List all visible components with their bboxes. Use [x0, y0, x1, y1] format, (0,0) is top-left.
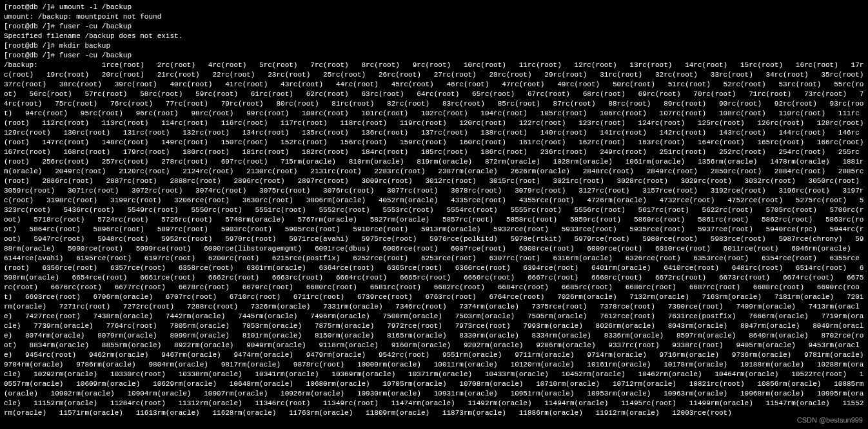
terminal-output: [root@db /]# umount -l /backup umount: /…: [0, 0, 868, 421]
watermark: CSDN @bestsun999: [797, 415, 863, 425]
